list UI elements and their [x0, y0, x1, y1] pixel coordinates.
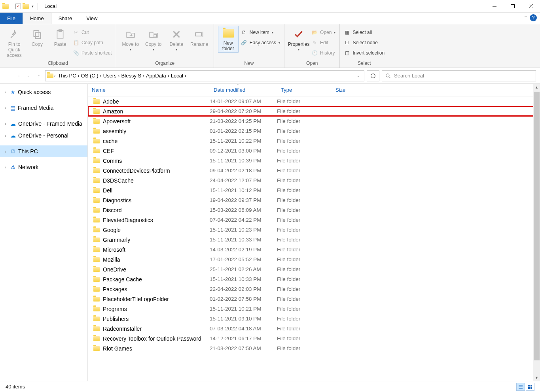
sidebar-item[interactable]: ›☁OneDrive - Framed Media — [0, 118, 87, 130]
history-button[interactable]: 🕘History — [311, 49, 335, 57]
group-select: ▦Select all ☐Select none ◫Invert selecti… — [340, 24, 388, 68]
tab-share[interactable]: Share — [51, 13, 80, 24]
copy-to-button[interactable]: Copy to▾ — [143, 26, 164, 51]
table-row[interactable]: Apowersoft21-03-2022 04:25 PMFile folder — [88, 116, 540, 126]
breadcrumb-segment[interactable]: Blessy S — [120, 73, 143, 79]
header-type[interactable]: Type — [277, 87, 332, 93]
breadcrumb-segment[interactable]: This PC — [56, 73, 78, 79]
table-row[interactable]: Comms15-11-2021 10:39 PMFile folder — [88, 156, 540, 166]
folder-icon — [93, 208, 100, 213]
table-row[interactable]: Grammarly15-11-2021 10:33 PMFile folder — [88, 235, 540, 245]
table-row[interactable]: Diagnostics19-04-2022 09:37 PMFile folde… — [88, 195, 540, 205]
close-button[interactable] — [522, 0, 540, 13]
table-row[interactable]: Dell15-11-2021 10:12 PMFile folder — [88, 185, 540, 195]
header-date[interactable]: Date modified — [210, 87, 277, 93]
open-button[interactable]: 📂Open ▾ — [311, 28, 335, 37]
header-name[interactable]: Name — [88, 87, 210, 93]
sidebar-label: Quick access — [18, 89, 51, 95]
sidebar-item[interactable]: ›☁OneDrive - Personal — [0, 130, 87, 141]
breadcrumb-segment[interactable]: AppData — [144, 73, 168, 79]
expand-icon[interactable]: › — [3, 165, 8, 170]
table-row[interactable]: Packages22-04-2022 02:03 PMFile folder — [88, 284, 540, 294]
qat-properties-icon[interactable]: ✓ — [15, 4, 21, 9]
table-row[interactable]: Amazon29-04-2022 07:20 PMFile folder — [88, 106, 540, 116]
file-type: File folder — [277, 177, 332, 183]
new-item-button[interactable]: 🗋New item ▾ — [241, 28, 280, 37]
qat-newfolder-icon[interactable] — [23, 4, 29, 9]
table-row[interactable]: OneDrive25-11-2021 02:26 AMFile folder — [88, 264, 540, 274]
table-row[interactable]: D3DSCache24-04-2022 12:07 PMFile folder — [88, 175, 540, 185]
delete-button[interactable]: Delete▾ — [166, 26, 187, 51]
easy-access-button[interactable]: 🔗Easy access ▾ — [241, 38, 280, 47]
table-row[interactable]: cache15-11-2021 10:22 PMFile folder — [88, 136, 540, 146]
thumbnails-view-button[interactable] — [526, 383, 534, 391]
qat-customize-icon[interactable]: ▾ — [30, 4, 34, 8]
table-row[interactable]: PlaceholderTileLogoFolder01-02-2022 07:5… — [88, 294, 540, 304]
edit-button[interactable]: ✎Edit — [311, 38, 335, 47]
table-row[interactable]: Mozilla17-01-2022 05:52 PMFile folder — [88, 254, 540, 264]
table-row[interactable]: ConnectedDevicesPlatform09-04-2022 02:18… — [88, 166, 540, 175]
up-button[interactable]: ↑ — [35, 72, 43, 80]
table-row[interactable]: Microsoft14-03-2022 02:19 PMFile folder — [88, 245, 540, 254]
expand-icon[interactable]: › — [3, 134, 8, 138]
table-row[interactable]: Google15-11-2021 10:23 PMFile folder — [88, 225, 540, 235]
copy-button[interactable]: Copy — [27, 26, 47, 47]
scrollbar[interactable]: ▲ ▼ — [533, 84, 540, 381]
sidebar-item[interactable]: ›★Quick access — [0, 86, 87, 98]
table-row[interactable]: Programs15-11-2021 10:21 PMFile folder — [88, 304, 540, 314]
rename-button[interactable]: Rename — [189, 26, 210, 47]
select-all-button[interactable]: ▦Select all — [344, 28, 385, 37]
search-input[interactable]: Search Local — [382, 70, 536, 81]
table-row[interactable]: Package Cache15-11-2021 10:33 PMFile fol… — [88, 274, 540, 284]
sidebar-item[interactable]: ›🖥This PC — [0, 145, 87, 157]
refresh-button[interactable] — [367, 70, 379, 81]
copy-path-button[interactable]: 📋Copy path — [73, 38, 112, 47]
details-view-button[interactable] — [516, 383, 525, 391]
scroll-down-icon[interactable]: ▼ — [533, 374, 540, 381]
select-none-button[interactable]: ☐Select none — [344, 38, 385, 47]
move-to-button[interactable]: Move to▾ — [120, 26, 141, 51]
pin-quick-access-button[interactable]: Pin to Quick access — [4, 26, 25, 58]
expand-icon[interactable]: › — [3, 122, 8, 126]
tab-home[interactable]: Home — [23, 13, 51, 24]
table-row[interactable]: Publishers15-11-2021 09:10 PMFile folder — [88, 314, 540, 324]
new-folder-button[interactable]: New folder — [218, 26, 239, 53]
sidebar-item[interactable]: ›▤Framed Media — [0, 102, 87, 114]
breadcrumb-bar[interactable]: › This PC›OS (C:)›Users›Blessy S›AppData… — [45, 70, 364, 81]
collapse-ribbon-icon[interactable]: ⌃ — [524, 15, 527, 20]
folder-icon — [93, 317, 100, 321]
forward-button[interactable]: → — [14, 72, 22, 80]
minimize-button[interactable] — [485, 0, 504, 13]
tab-file[interactable]: File — [0, 13, 23, 24]
expand-icon[interactable]: › — [3, 106, 8, 110]
expand-icon[interactable]: › — [3, 90, 8, 94]
table-row[interactable]: Recovery Toolbox for Outlook Password14-… — [88, 334, 540, 343]
help-icon[interactable]: ? — [530, 14, 537, 21]
table-row[interactable]: Discord15-03-2022 06:09 AMFile folder — [88, 205, 540, 215]
recent-locations-button[interactable]: ⌄ — [25, 72, 32, 80]
paste-button[interactable]: Paste — [50, 26, 70, 47]
select-all-icon: ▦ — [344, 29, 350, 36]
breadcrumb-segment[interactable]: OS (C:) — [80, 73, 100, 79]
back-button[interactable]: ← — [4, 72, 12, 80]
sidebar-item[interactable]: ›🖧Network — [0, 161, 87, 173]
table-row[interactable]: CEF09-12-2021 03:00 PMFile folder — [88, 146, 540, 156]
table-row[interactable]: assembly01-01-2022 02:15 PMFile folder — [88, 126, 540, 136]
maximize-button[interactable] — [504, 0, 522, 13]
table-row[interactable]: RadeonInstaller07-03-2022 04:18 AMFile f… — [88, 324, 540, 334]
cut-button[interactable]: ✂Cut — [73, 28, 112, 37]
properties-button[interactable]: Properties▾ — [288, 26, 309, 51]
expand-icon[interactable]: › — [3, 149, 8, 154]
breadcrumb-segment[interactable]: Local — [169, 73, 185, 79]
table-row[interactable]: Riot Games21-03-2022 07:50 AMFile folder — [88, 343, 540, 353]
scroll-thumb[interactable] — [534, 92, 540, 360]
address-dropdown-icon[interactable]: ⌄ — [354, 74, 362, 78]
breadcrumb-segment[interactable]: Users — [102, 73, 118, 79]
scroll-up-icon[interactable]: ▲ — [533, 84, 540, 90]
paste-shortcut-button[interactable]: 📎Paste shortcut — [73, 49, 112, 57]
tab-view[interactable]: View — [79, 13, 104, 24]
table-row[interactable]: ElevatedDiagnostics07-04-2022 04:22 PMFi… — [88, 215, 540, 225]
header-size[interactable]: Size — [332, 87, 379, 93]
invert-selection-button[interactable]: ◫Invert selection — [344, 49, 385, 57]
table-row[interactable]: Adobe14-01-2022 09:07 AMFile folder — [88, 96, 540, 106]
